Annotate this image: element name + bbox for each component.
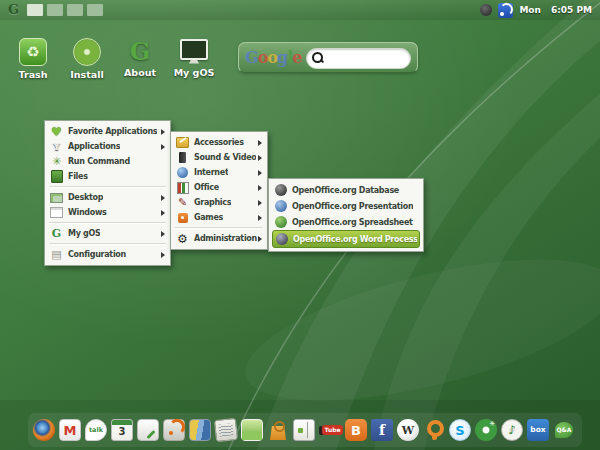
workspace-1[interactable] bbox=[27, 4, 43, 16]
fridge-icon[interactable] bbox=[293, 419, 315, 441]
pencil-icon bbox=[176, 196, 189, 209]
run-gear-icon bbox=[50, 155, 63, 168]
menu-item-files[interactable]: Files bbox=[46, 169, 169, 184]
people-search-icon[interactable] bbox=[423, 419, 445, 441]
workspace-3[interactable] bbox=[67, 4, 83, 16]
menu-item-accessories[interactable]: Accessories bbox=[172, 135, 266, 150]
desktop-icon-label: Trash bbox=[19, 69, 48, 80]
menu-item-configuration[interactable]: Configuration bbox=[46, 247, 169, 262]
menu-item-administration[interactable]: Administration bbox=[172, 231, 266, 246]
trash-icon: ♻ bbox=[19, 38, 47, 66]
admin-gear-icon bbox=[176, 232, 189, 245]
menu-item-sound-video[interactable]: Sound & Video bbox=[172, 150, 266, 165]
menu-item-run-command[interactable]: Run Command bbox=[46, 154, 169, 169]
submenu-arrow-icon bbox=[258, 236, 262, 242]
submenu-arrow-icon bbox=[161, 144, 165, 150]
menu-item-internet[interactable]: Internet bbox=[172, 165, 266, 180]
desktop-icon-label: Install bbox=[70, 69, 103, 80]
top-panel: G Mon 6:05 PM bbox=[0, 0, 600, 20]
desktop-icon-label: About bbox=[124, 67, 156, 78]
clock-time: 6:05 PM bbox=[551, 5, 592, 15]
search-magnifier-icon bbox=[312, 52, 323, 63]
openoffice-database-icon bbox=[274, 184, 287, 197]
shopping-bag-icon[interactable] bbox=[267, 419, 289, 441]
google-calendar-icon[interactable]: 3 bbox=[111, 419, 133, 441]
menu-separator bbox=[49, 222, 166, 224]
main-menu: Favorite Applications Applications Run C… bbox=[44, 120, 171, 266]
window-icon bbox=[50, 206, 63, 219]
submenu-arrow-icon bbox=[258, 155, 262, 161]
menu-item-applications[interactable]: Applications bbox=[46, 139, 169, 154]
qa-community-icon[interactable]: Q&A bbox=[553, 419, 575, 441]
office-icon bbox=[176, 181, 189, 194]
music-player-icon[interactable]: ♪ bbox=[501, 419, 523, 441]
menu-item-openoffice-word-processor[interactable]: OpenOffice.org Word Processor bbox=[272, 230, 420, 248]
accessories-icon bbox=[176, 136, 189, 149]
folder-icon bbox=[50, 170, 63, 183]
submenu-arrow-icon bbox=[161, 129, 165, 135]
menu-item-desktop[interactable]: Desktop bbox=[46, 190, 169, 205]
skype-icon[interactable]: S bbox=[449, 419, 471, 441]
system-tray: Mon 6:05 PM bbox=[480, 3, 600, 18]
box-storage-icon[interactable]: box bbox=[527, 419, 549, 441]
applications-icon bbox=[50, 140, 63, 153]
google-docs-icon[interactable] bbox=[137, 419, 159, 441]
blogger-icon[interactable]: B bbox=[345, 419, 367, 441]
submenu-arrow-icon bbox=[258, 185, 262, 191]
volume-icon[interactable] bbox=[480, 4, 492, 16]
menu-item-graphics[interactable]: Graphics bbox=[172, 195, 266, 210]
menu-item-windows[interactable]: Windows bbox=[46, 205, 169, 220]
desktop-icon-trash[interactable]: ♻ Trash bbox=[7, 38, 59, 80]
workspace-switcher bbox=[27, 4, 103, 16]
globe-icon bbox=[176, 166, 189, 179]
google-maps-icon[interactable] bbox=[189, 419, 211, 441]
configuration-icon bbox=[50, 248, 63, 261]
office-submenu: OpenOffice.org Database OpenOffice.org P… bbox=[268, 178, 424, 252]
menu-item-games[interactable]: Games bbox=[172, 210, 266, 225]
install-disc-icon bbox=[73, 38, 101, 66]
openoffice-writer-icon bbox=[275, 233, 288, 246]
workspace-2[interactable] bbox=[47, 4, 63, 16]
openoffice-spreadsheet-icon bbox=[274, 216, 287, 229]
picasa-photos-icon[interactable] bbox=[241, 419, 263, 441]
media-player-icon[interactable] bbox=[475, 419, 497, 441]
monitor-icon bbox=[181, 38, 207, 64]
network-icon[interactable] bbox=[498, 3, 513, 18]
submenu-arrow-icon bbox=[258, 140, 262, 146]
google-logo: Google bbox=[245, 50, 301, 66]
desktop-icon-label: My gOS bbox=[174, 67, 215, 78]
desktop-settings-icon bbox=[50, 191, 63, 204]
speaker-icon bbox=[176, 151, 189, 164]
game-die-icon bbox=[176, 211, 189, 224]
google-news-icon[interactable] bbox=[214, 418, 238, 442]
openoffice-presentation-icon bbox=[274, 200, 287, 213]
heart-icon bbox=[50, 125, 63, 138]
submenu-arrow-icon bbox=[258, 200, 262, 206]
submenu-arrow-icon bbox=[258, 215, 262, 221]
desktop-icon-my-gos[interactable]: My gOS bbox=[168, 38, 220, 78]
desktop-icon-install[interactable]: Install bbox=[61, 38, 113, 80]
menu-item-openoffice-presentation[interactable]: OpenOffice.org Presentation bbox=[270, 198, 422, 214]
google-talk-icon[interactable]: talk bbox=[85, 419, 107, 441]
submenu-arrow-icon bbox=[258, 170, 262, 176]
menu-item-favorite-applications[interactable]: Favorite Applications bbox=[46, 124, 169, 139]
gmail-icon[interactable]: M bbox=[59, 419, 81, 441]
gos-desktop: G Mon 6:05 PM ♻ Trash Install G About My… bbox=[0, 0, 600, 450]
menu-item-my-gos[interactable]: My gOS bbox=[46, 226, 169, 241]
menu-item-openoffice-database[interactable]: OpenOffice.org Database bbox=[270, 182, 422, 198]
gos-g-icon bbox=[50, 227, 63, 240]
workspace-4[interactable] bbox=[87, 4, 103, 16]
submenu-arrow-icon bbox=[161, 252, 165, 258]
clock-day: Mon bbox=[519, 5, 541, 15]
wikipedia-icon[interactable]: W bbox=[397, 419, 419, 441]
menu-item-openoffice-spreadsheet[interactable]: OpenOffice.org Spreadsheet bbox=[270, 214, 422, 230]
youtube-icon[interactable]: Tube bbox=[319, 419, 341, 441]
gos-logo[interactable]: G bbox=[8, 0, 19, 20]
menu-item-office[interactable]: Office bbox=[172, 180, 266, 195]
desktop-icon-about[interactable]: G About bbox=[114, 38, 166, 78]
submenu-arrow-icon bbox=[161, 210, 165, 216]
facebook-icon[interactable]: f bbox=[371, 419, 393, 441]
firefox-icon[interactable] bbox=[33, 419, 55, 441]
rss-reader-icon[interactable] bbox=[163, 419, 185, 441]
about-g-icon: G bbox=[127, 38, 153, 64]
